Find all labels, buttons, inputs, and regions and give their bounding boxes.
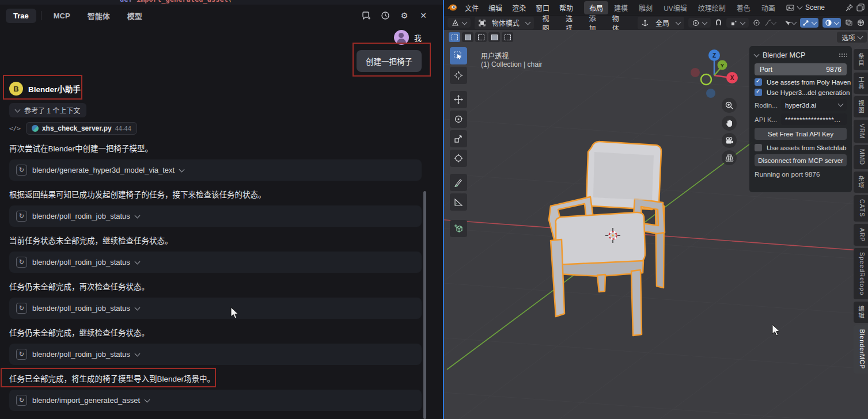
sidebar-tab-speedretopo[interactable]: SpeedRetopo [854, 248, 868, 299]
panel-drag-handle-icon[interactable] [839, 53, 847, 58]
context-toggle[interactable]: 参考了 1 个上下文 [9, 103, 86, 117]
workspace-shading[interactable]: 着色 [731, 1, 756, 14]
sketchfab-checkbox-row[interactable]: Use assets from Sketchfab [755, 144, 847, 151]
tab-agent[interactable]: 智能体 [80, 7, 117, 24]
mode-dropdown[interactable]: 物体模式 [475, 17, 534, 29]
scene-browse-icon[interactable] [786, 4, 794, 12]
viewport-3d[interactable]: 选项 [444, 30, 868, 419]
api-key-field[interactable]: *****************... [781, 113, 847, 125]
snap-magnet-icon[interactable] [715, 19, 722, 26]
sidebar-tab-mmd[interactable]: MMD [854, 145, 868, 169]
editor-type-selector[interactable] [448, 18, 471, 28]
new-scene-copy-icon[interactable] [856, 3, 865, 12]
pin-icon[interactable] [846, 4, 853, 12]
chevron-down-icon[interactable] [134, 304, 140, 310]
chevron-down-icon[interactable] [134, 212, 140, 218]
show-overlays-toggle[interactable] [822, 18, 841, 28]
viewport-shading-icon[interactable] [857, 19, 865, 26]
sidebar-tab-tool[interactable]: 工具 [854, 73, 868, 94]
tool-select-box[interactable] [450, 47, 467, 64]
tool-move[interactable] [450, 91, 467, 108]
sidebar-tab-misc[interactable]: 杂项 [854, 172, 868, 193]
tool-measure[interactable] [450, 193, 467, 211]
orientation-dropdown[interactable]: 全局 [638, 17, 684, 29]
checkbox-polyhaven[interactable] [755, 78, 762, 86]
menu-render[interactable]: 渲染 [507, 1, 530, 14]
tool-call-chip[interactable]: ↻ blender/generate_hyper3d_model_via_tex… [9, 159, 422, 181]
blender-logo-icon[interactable] [448, 3, 457, 12]
new-chat-icon[interactable] [361, 10, 372, 21]
sidebar-tab-vrm[interactable]: VRM [854, 120, 868, 143]
workspace-animation[interactable]: 动画 [756, 1, 780, 14]
rodin-provider-dropdown[interactable]: hyper3d.ai [781, 99, 847, 111]
chat-scrollbar[interactable] [423, 191, 426, 419]
chevron-down-icon[interactable] [145, 397, 150, 402]
file-chip[interactable]: xhs_check_server.py 44-44 [26, 122, 137, 135]
sidebar-tab-view[interactable]: 视图 [854, 96, 868, 117]
chevron-down-icon[interactable] [812, 19, 817, 25]
menu-edit[interactable]: 编辑 [484, 1, 507, 14]
file-line-range: 44-44 [115, 125, 131, 132]
tool-call-chip[interactable]: ↻ blender/poll_rodin_job_status [9, 298, 422, 319]
sidebar-tab-blendermcp[interactable]: BlenderMCP [854, 325, 868, 374]
tab-mcp[interactable]: MCP [46, 9, 78, 23]
xray-toggle-icon[interactable] [845, 19, 853, 26]
workspace-sculpting[interactable]: 雕刻 [634, 1, 658, 14]
checkbox-sketchfab[interactable] [755, 144, 762, 151]
show-gizmo-toggle[interactable] [800, 18, 818, 28]
polyhaven-checkbox-row[interactable]: Use assets from Poly Haven [755, 78, 847, 86]
tool-transform[interactable] [450, 150, 467, 167]
workspace-texture-paint[interactable]: 纹理绘制 [693, 1, 731, 14]
hyper3d-checkbox-row[interactable]: Use Hyper3...del generation [755, 89, 847, 96]
options-dropdown[interactable]: 选项 [837, 32, 867, 43]
pan-hand-button[interactable] [722, 116, 737, 131]
orthographic-toggle-button[interactable] [722, 150, 737, 165]
checkbox-hyper3d[interactable] [755, 89, 762, 96]
workspace-uv-editing[interactable]: UV编辑 [658, 1, 692, 14]
chevron-down-icon[interactable] [134, 351, 140, 356]
settings-gear-icon[interactable]: ⚙ [399, 10, 410, 21]
sidebar-tab-item[interactable]: 条目 [854, 49, 868, 70]
sidebar-tab-cats[interactable]: CATS [854, 195, 868, 221]
tool-call-chip[interactable]: ↻ blender/poll_rodin_job_status [9, 344, 422, 365]
select-mode-tweak[interactable] [449, 32, 460, 42]
tool-annotate[interactable] [450, 174, 467, 191]
tool-call-chip[interactable]: ↻ blender/poll_rodin_job_status [9, 252, 422, 273]
select-mode-box[interactable] [462, 32, 473, 42]
select-mode-circle[interactable] [475, 32, 487, 42]
chevron-down-icon[interactable] [797, 4, 803, 10]
navigation-gizmo[interactable]: Z Y X [688, 47, 741, 100]
snap-target-dropdown[interactable] [726, 18, 749, 28]
proportional-editing-icon[interactable] [753, 19, 760, 26]
tool-cursor[interactable] [450, 67, 467, 84]
code-icon: </> [9, 125, 21, 132]
chevron-down-icon[interactable] [834, 19, 840, 25]
scene-name[interactable]: Scene [805, 3, 842, 12]
proportional-falloff-dropdown[interactable] [764, 20, 776, 26]
sidebar-tab-arp[interactable]: ARP [854, 224, 868, 246]
tool-call-chip[interactable]: ↻ blender/poll_rodin_job_status [9, 205, 422, 227]
tool-rotate[interactable] [450, 111, 467, 128]
menu-file[interactable]: 文件 [460, 1, 483, 14]
show-visibility-dropdown[interactable] [784, 20, 796, 26]
camera-view-button[interactable] [722, 133, 737, 148]
set-free-trial-api-key-button[interactable]: Set Free Trial API Key [755, 128, 847, 140]
close-icon[interactable]: ✕ [418, 10, 429, 21]
tab-trae[interactable]: Trae [6, 9, 36, 23]
select-mode-paint[interactable] [502, 32, 513, 42]
tool-call-chip[interactable]: ↻ blender/import_generated_asset [9, 390, 422, 411]
tool-scale[interactable] [450, 130, 467, 147]
select-mode-lasso[interactable] [488, 32, 500, 42]
sidebar-tab-edit[interactable]: 编辑 [854, 302, 868, 323]
tool-icon: ↻ [16, 349, 27, 360]
tool-add-cube[interactable] [450, 220, 467, 237]
history-icon[interactable] [380, 10, 391, 21]
panel-collapse-icon[interactable] [754, 52, 760, 58]
zoom-button[interactable] [722, 98, 737, 113]
port-field[interactable]: Port 9876 [755, 63, 847, 75]
disconnect-mcp-button[interactable]: Disconnect from MCP server [755, 154, 847, 166]
chevron-down-icon[interactable] [179, 166, 185, 172]
pivot-point-dropdown[interactable] [688, 18, 711, 28]
tab-model[interactable]: 模型 [120, 7, 150, 24]
chevron-down-icon[interactable] [134, 258, 140, 264]
